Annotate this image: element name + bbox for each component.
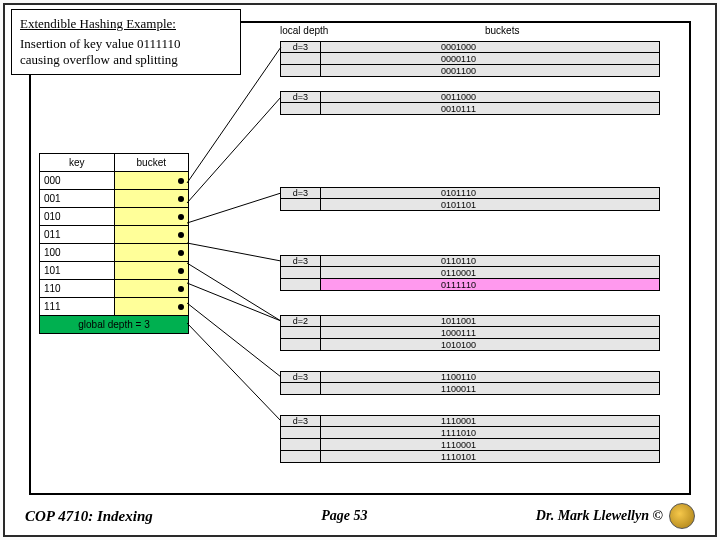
bucket-0: d=30001000 0000110 0001100 <box>280 41 660 77</box>
footer-author: Dr. Mark Llewellyn © <box>536 508 663 524</box>
bucket-1: d=30011000 0010111 <box>280 91 660 115</box>
title-sub-l2: causing overflow and splitting <box>20 52 178 67</box>
pointer-dot <box>178 286 184 292</box>
buckets-header: buckets <box>485 25 519 36</box>
pointer-dot <box>178 214 184 220</box>
title-heading: Extendible Hashing Example: <box>20 16 232 32</box>
dir-row: 000 <box>40 172 189 190</box>
bucket-5: d=31100110 1100011 <box>280 371 660 395</box>
dir-row: 111 <box>40 298 189 316</box>
pointer-dot <box>178 196 184 202</box>
pointer-dot <box>178 268 184 274</box>
bucket-4: d=21011001 1000111 1010100 <box>280 315 660 351</box>
dir-col-key: key <box>40 154 115 172</box>
dir-col-bucket: bucket <box>114 154 189 172</box>
directory-table: key bucket 000 001 010 011 100 101 110 1… <box>39 153 189 334</box>
dir-row: 110 <box>40 280 189 298</box>
inserted-key-row: 0111110 <box>280 279 660 291</box>
dir-row: 001 <box>40 190 189 208</box>
pointer-dot <box>178 232 184 238</box>
title-box: Extendible Hashing Example: Insertion of… <box>11 9 241 75</box>
footer-page: Page 53 <box>321 508 367 524</box>
dir-row: 100 <box>40 244 189 262</box>
pointer-dot <box>178 178 184 184</box>
global-depth-row: global depth = 3 <box>40 316 189 334</box>
slide-footer: COP 4710: Indexing Page 53 Dr. Mark Llew… <box>25 503 695 529</box>
local-depth-header: local depth <box>280 25 328 36</box>
bucket-6: d=31110001 1111010 1110001 1110101 <box>280 415 660 463</box>
pointer-dot <box>178 304 184 310</box>
university-logo-icon <box>669 503 695 529</box>
footer-course: COP 4710: Indexing <box>25 508 153 525</box>
title-sub-l1: Insertion of key value 0111110 <box>20 36 181 51</box>
dir-row: 010 <box>40 208 189 226</box>
bucket-3: d=30110110 0110001 0111110 <box>280 255 660 291</box>
slide-border: Extendible Hashing Example: Insertion of… <box>3 3 717 537</box>
dir-row: 101 <box>40 262 189 280</box>
bucket-2: d=30101110 0101101 <box>280 187 660 211</box>
pointer-dot <box>178 250 184 256</box>
dir-row: 011 <box>40 226 189 244</box>
